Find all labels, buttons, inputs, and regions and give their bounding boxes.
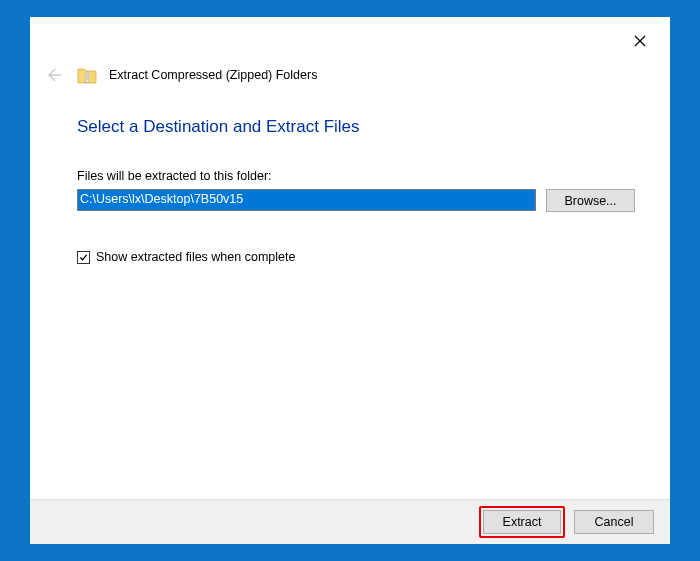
back-arrow-icon[interactable] bbox=[41, 63, 65, 87]
dialog-header: Extract Compressed (Zipped) Folders bbox=[41, 63, 317, 87]
cancel-button[interactable]: Cancel bbox=[574, 510, 654, 534]
path-label: Files will be extracted to this folder: bbox=[77, 169, 272, 183]
destination-path-input[interactable]: C:\Users\lx\Desktop\7B50v15 bbox=[77, 189, 536, 211]
extract-button[interactable]: Extract bbox=[483, 510, 561, 534]
path-row: C:\Users\lx\Desktop\7B50v15 Browse... bbox=[77, 189, 635, 212]
show-files-checkbox-row[interactable]: Show extracted files when complete bbox=[77, 250, 295, 264]
extract-dialog: Extract Compressed (Zipped) Folders Sele… bbox=[30, 17, 670, 544]
section-heading: Select a Destination and Extract Files bbox=[77, 117, 360, 137]
extract-highlight: Extract bbox=[479, 506, 565, 538]
checkbox-label: Show extracted files when complete bbox=[96, 250, 295, 264]
dialog-footer: Extract Cancel bbox=[30, 499, 670, 544]
browse-button[interactable]: Browse... bbox=[546, 189, 635, 212]
checkbox-icon[interactable] bbox=[77, 251, 90, 264]
close-icon[interactable] bbox=[632, 33, 648, 49]
dialog-title: Extract Compressed (Zipped) Folders bbox=[109, 68, 317, 82]
zip-folder-icon bbox=[77, 65, 97, 85]
path-text: C:\Users\lx\Desktop\7B50v15 bbox=[78, 190, 535, 210]
